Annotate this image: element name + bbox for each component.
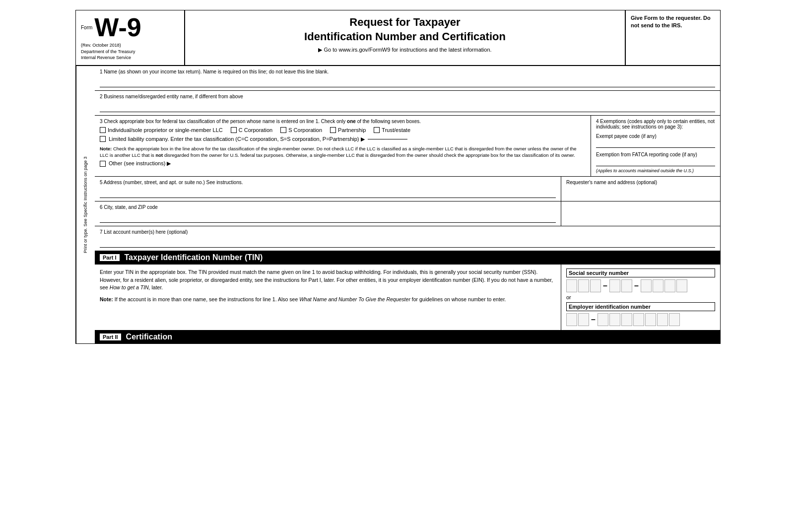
ein-cell-2[interactable]: [578, 313, 589, 326]
exempt-payee-input[interactable]: [596, 140, 715, 148]
ssn-dash-1: –: [603, 281, 607, 290]
form-content: 1 Name (as shown on your income tax retu…: [95, 66, 720, 343]
llc-row: Limited liability company. Enter the tax…: [100, 136, 586, 142]
ein-cell-8[interactable]: [657, 313, 668, 326]
ssn-grid: – –: [566, 279, 715, 292]
line5-left: 5 Address (number, street, and apt. or s…: [95, 177, 561, 201]
line2-row: 2 Business name/disregarded entity name,…: [95, 91, 720, 116]
form-title: Request for Taxpayer Identification Numb…: [195, 15, 615, 44]
ein-segment-1: [566, 313, 589, 326]
line6-input[interactable]: [100, 212, 556, 223]
ssn-cell-1[interactable]: [566, 279, 577, 292]
applies-note: (Applies to accounts maintained outside …: [596, 168, 715, 173]
line7-row: 7 List account number(s) here (optional): [95, 226, 720, 251]
part1-note: Note: If the account is in more than one…: [100, 296, 556, 304]
note-text: Note: Check the appropriate box in the l…: [100, 145, 586, 159]
requester-address-area: [561, 201, 720, 226]
llc-checkbox[interactable]: [100, 136, 106, 142]
ssn-segment-2: [609, 279, 632, 292]
ein-cell-7[interactable]: [645, 313, 656, 326]
c-corp-checkbox[interactable]: [231, 127, 237, 133]
w9-form: Form W-9 (Rev. October 2018) Department …: [75, 10, 721, 344]
ein-dash: –: [591, 315, 596, 324]
requester-label: Requester's name and address (optional): [566, 180, 715, 185]
ssn-cell-8[interactable]: [664, 279, 675, 292]
form-header: Form W-9 (Rev. October 2018) Department …: [76, 10, 720, 66]
ein-label: Employer identification number: [566, 302, 715, 311]
fatca-input[interactable]: [596, 158, 715, 166]
or-text: or: [566, 294, 715, 300]
trust-checkbox[interactable]: [374, 127, 380, 133]
exemptions-section: 4 Exemptions (codes apply only to certai…: [591, 116, 720, 176]
line3-one: one: [347, 119, 356, 124]
exempt-payee-label: Exempt payee code (if any): [596, 133, 715, 139]
part1-header: Part I Taxpayer Identification Number (T…: [95, 251, 720, 265]
line1-row: 1 Name (as shown on your income tax retu…: [95, 66, 720, 91]
ein-grid: –: [566, 313, 715, 326]
line2-input[interactable]: [100, 101, 715, 112]
part1-body-text: Enter your TIN in the appropriate box. T…: [100, 268, 556, 292]
part2-badge: Part II: [100, 333, 121, 340]
c-corp-checkbox-item: C Corporation: [231, 127, 272, 133]
line1-input[interactable]: [100, 76, 715, 87]
fatca-label: Exemption from FATCA reporting code (if …: [596, 152, 715, 157]
partnership-checkbox[interactable]: [330, 127, 336, 133]
partnership-checkbox-item: Partnership: [330, 127, 366, 133]
header-right: Give Form to the requester. Do not send …: [626, 10, 720, 65]
header-left: Form W-9 (Rev. October 2018) Department …: [76, 10, 185, 65]
individual-checkbox-item: Individual/sole proprietor or single-mem…: [100, 127, 223, 133]
line6-wrapper: 6 City, state, and ZIP code: [95, 201, 720, 226]
ssn-cell-4[interactable]: [609, 279, 620, 292]
line3-exemptions-wrapper: 3 Check appropriate box for federal tax …: [95, 116, 720, 177]
s-corp-checkbox-item: S Corporation: [280, 127, 322, 133]
part2-title: Certification: [126, 332, 172, 341]
goto-text: ▶ Go to www.irs.gov/FormW9 for instructi…: [195, 47, 615, 53]
other-row: Other (see instructions) ▶: [100, 160, 586, 167]
ssn-cell-7[interactable]: [653, 279, 663, 292]
ssn-cell-6[interactable]: [641, 279, 652, 292]
ein-cell-1[interactable]: [566, 313, 577, 326]
part1-tin-boxes: Social security number – –: [561, 265, 720, 330]
ssn-cell-5[interactable]: [621, 279, 632, 292]
line6-label: 6 City, state, and ZIP code: [100, 204, 556, 210]
line2-label: 2 Business name/disregarded entity name,…: [100, 94, 715, 99]
part1-title: Taxpayer Identification Number (TIN): [125, 253, 263, 262]
line3-label-end: of the following seven boxes.: [357, 119, 421, 124]
individual-label: Individual/sole proprietor or single-mem…: [108, 127, 223, 133]
trust-label: Trust/estate: [382, 127, 410, 133]
other-checkbox[interactable]: [100, 161, 106, 167]
ssn-cell-2[interactable]: [578, 279, 589, 292]
exemptions-label: 4 Exemptions (codes apply only to certai…: [596, 119, 715, 130]
ssn-label: Social security number: [566, 268, 715, 277]
line3-left: 3 Check appropriate box for federal tax …: [95, 116, 591, 176]
llc-input[interactable]: [368, 139, 407, 139]
ein-cell-3[interactable]: [597, 313, 608, 326]
part1-body: Enter your TIN in the appropriate box. T…: [95, 265, 720, 331]
line3-label-text: 3 Check appropriate box for federal tax …: [100, 119, 345, 124]
ein-cell-9[interactable]: [669, 313, 680, 326]
s-corp-label: S Corporation: [288, 127, 322, 133]
line5-label: 5 Address (number, street, and apt. or s…: [100, 180, 556, 185]
ein-cell-4[interactable]: [609, 313, 620, 326]
main-body: Print or type. See Specific Instructions…: [76, 66, 720, 343]
line3-label: 3 Check appropriate box for federal tax …: [100, 119, 586, 124]
ein-cell-5[interactable]: [621, 313, 632, 326]
line7-input[interactable]: [100, 237, 715, 248]
ssn-segment-1: [566, 279, 601, 292]
exempt-payee-section: Exempt payee code (if any): [596, 133, 715, 148]
ssn-dash-2: –: [634, 281, 639, 290]
form-number-area: Form W-9: [81, 14, 179, 40]
form-label: Form: [81, 25, 92, 30]
s-corp-checkbox[interactable]: [280, 127, 286, 133]
part2-header: Part II Certification: [95, 331, 720, 343]
other-label: Other (see instructions) ▶: [109, 160, 171, 167]
ein-cell-6[interactable]: [633, 313, 644, 326]
ssn-cell-3[interactable]: [590, 279, 601, 292]
individual-checkbox[interactable]: [100, 127, 106, 133]
llc-label: Limited liability company. Enter the tax…: [109, 136, 365, 142]
ssn-cell-9[interactable]: [676, 279, 687, 292]
requester-section: Requester's name and address (optional): [561, 177, 720, 201]
line5-input[interactable]: [100, 187, 556, 198]
header-center: Request for Taxpayer Identification Numb…: [185, 10, 626, 65]
tax-classification-checkboxes: Individual/sole proprietor or single-mem…: [100, 127, 586, 133]
